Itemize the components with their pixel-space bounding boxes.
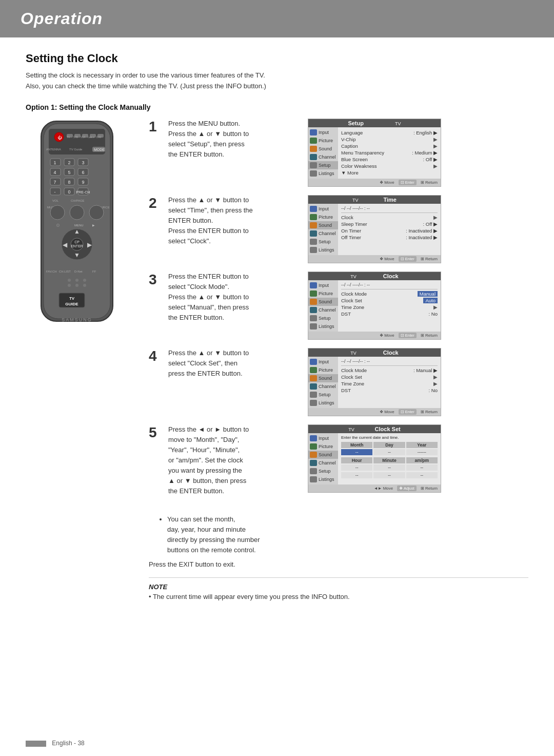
footer-language: English -	[52, 740, 77, 747]
step-number-1: 1	[149, 120, 160, 134]
sidebar-sound-c1-icon	[310, 299, 317, 305]
tv-clock1-sidebar: Input Picture Sound	[308, 280, 338, 332]
step-number-3: 3	[149, 273, 160, 287]
page-footer: English - 38	[26, 740, 528, 747]
sidebar-setup-c2: Setup	[308, 391, 338, 399]
time-row-offtimer: Off Timer : Inactivated ▶	[341, 234, 438, 241]
sidebar-input-t: Input	[308, 205, 338, 213]
sidebar-picture-t-icon	[310, 214, 317, 220]
sidebar-listings-c2: Listings	[308, 399, 338, 407]
svg-text:▼: ▼	[74, 251, 80, 259]
step1-pair: 1 Press the MENU button. Press the ▲ or …	[149, 119, 528, 187]
clock1-row-dst: DST : No	[341, 311, 438, 317]
hour-value: --	[341, 464, 372, 471]
sidebar-setup-cs: Setup	[308, 467, 338, 475]
tv-setup-footer: ❖ Move ⊡ Enter ⊞ Return	[308, 179, 441, 186]
svg-text:0: 0	[68, 189, 70, 195]
option-title: Option 1: Setting the Clock Manually	[26, 103, 528, 111]
svg-point-47	[50, 205, 65, 220]
svg-text:3: 3	[82, 160, 84, 165]
svg-point-70	[83, 284, 86, 287]
svg-text:◀: ◀	[63, 241, 68, 248]
sidebar-channel: Channel	[308, 153, 338, 161]
svg-text:⏻: ⏻	[57, 135, 62, 140]
sidebar-input-c2: Input	[308, 358, 338, 366]
ampm-value: --	[406, 464, 438, 471]
sidebar-picture-c2-icon	[310, 367, 317, 373]
sidebar-picture-cs: Picture	[308, 442, 338, 451]
step-number-4: 4	[149, 349, 160, 363]
svg-text:-: -	[54, 189, 56, 195]
tv-panel-clockset: TV Clock Set Input	[308, 424, 441, 493]
svg-text:D-Net: D-Net	[74, 270, 83, 273]
sidebar-picture-c2: Picture	[308, 366, 338, 374]
step1-text: Press the MENU button. Press the ▲ or ▼ …	[168, 119, 303, 160]
step-number-5: 5	[149, 425, 160, 440]
svg-text:DVD: DVD	[96, 136, 102, 139]
year-value: ------	[406, 449, 438, 455]
tv-panel-time-header: TV Time	[308, 196, 441, 204]
svg-text:FF: FF	[92, 270, 96, 273]
tv-panel-clock2-body: Input Picture Sound	[308, 357, 441, 408]
clock2-row-set: Clock Set ▶	[341, 374, 438, 380]
step2-panel: TV Time Input	[308, 195, 528, 263]
content-area: ⏻ TV STB VCR CABLE DVD ANTENNA TV Guide	[26, 119, 528, 601]
sidebar-listings-c1-icon	[310, 323, 317, 329]
step1-left: 1 Press the MENU button. Press the ▲ or …	[149, 119, 303, 169]
step4-pair: 4 Press the ▲ or ▼ button to select "Clo…	[149, 348, 528, 416]
setup-row-language: Language : English ▶	[341, 129, 438, 136]
sidebar-sound-c2-icon	[310, 375, 317, 381]
sidebar-listings-c1: Listings	[308, 322, 338, 331]
sidebar-setup-c2-icon	[310, 392, 317, 398]
sidebar-channel-t: Channel	[308, 229, 338, 238]
intro-text: Setting the clock is necessary in order …	[26, 70, 528, 92]
tv-clock2-footer: ❖ Move ⊡ Enter ⊞ Return	[308, 408, 441, 416]
svg-point-67	[83, 279, 86, 282]
svg-text:VOL: VOL	[52, 199, 59, 202]
minute-header: Minute	[373, 457, 405, 463]
time-row-sleep: Sleep Timer : Off ▶	[341, 221, 438, 227]
sidebar-picture-t: Picture	[308, 213, 338, 221]
footer-left: English - 38	[26, 740, 85, 747]
svg-text:SAMSUNG: SAMSUNG	[62, 317, 92, 322]
clock-date-grid: Month Day Year -- -- ------	[341, 442, 438, 455]
tv-panel-time: TV Time Input	[308, 195, 441, 263]
svg-text:8: 8	[68, 180, 70, 185]
clock1-row-set: Clock Set Auto	[341, 297, 438, 304]
sidebar-setup-t-icon	[310, 239, 317, 245]
tv-setup-main: Language : English ▶ V-Chip ▶ Caption ▶	[338, 127, 441, 179]
svg-text:TV: TV	[69, 296, 75, 301]
extra-2: --	[373, 472, 405, 478]
sidebar-listings-c2-icon	[310, 400, 317, 406]
svg-point-48	[70, 205, 84, 220]
tv-panel-setup: Setup TV Input	[308, 119, 441, 187]
svg-point-66	[75, 279, 78, 282]
tv-panel-setup-body: Input Picture Sound	[308, 127, 441, 179]
svg-text:TV Guide: TV Guide	[69, 148, 83, 151]
svg-text:▶: ▶	[92, 224, 95, 227]
clock1-row-mode: Clock Mode Manual	[341, 290, 438, 297]
tv-setup-sidebar: Input Picture Sound	[308, 127, 338, 179]
bullet-list: You can set the month,day, year, hour an…	[159, 514, 528, 556]
sidebar-setup-icon	[310, 162, 317, 168]
section-title: Setting the Clock	[26, 52, 528, 65]
svg-text:FAV.CH: FAV.CH	[46, 270, 57, 273]
svg-text:GUIDE: GUIDE	[65, 302, 78, 306]
remote-svg: ⏻ TV STB VCR CABLE DVD ANTENNA TV Guide	[26, 119, 128, 339]
sidebar-channel-icon	[310, 154, 317, 160]
step2-pair: 2 Press the ▲ or ▼ button to select "Tim…	[149, 195, 528, 263]
step4-left: 4 Press the ▲ or ▼ button to select "Clo…	[149, 348, 303, 388]
sidebar-input-t-icon	[310, 206, 317, 212]
sidebar-picture-cs-icon	[310, 443, 317, 450]
step5-left: 5 Press the ◄ or ► button to move to "Mo…	[149, 424, 303, 506]
step-number-2: 2	[149, 196, 160, 210]
sidebar-listings-cs-icon	[310, 476, 317, 482]
step3-text: Press the ENTER button to select "Clock …	[168, 272, 303, 323]
page-title: Operation	[21, 9, 533, 28]
sidebar-listings-icon	[310, 170, 317, 177]
svg-text:TV: TV	[67, 135, 70, 139]
sidebar-sound: Sound	[308, 145, 338, 153]
step3-pair: 3 Press the ENTER button to select "Cloc…	[149, 272, 528, 340]
step4-content: Press the ▲ or ▼ button to select "Clock…	[168, 348, 303, 379]
sidebar-input-c1-icon	[310, 282, 317, 288]
